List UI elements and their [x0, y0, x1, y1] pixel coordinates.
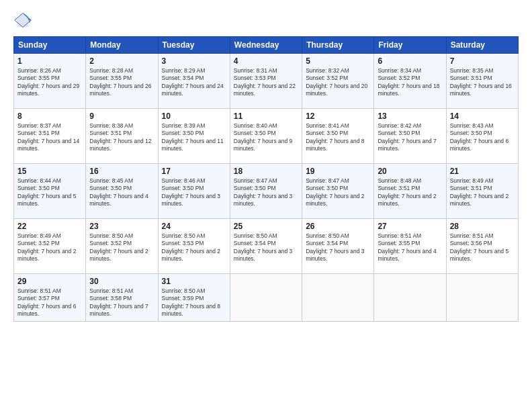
day-info: Sunrise: 8:34 AMSunset: 3:52 PMDaylight:…: [378, 67, 439, 97]
day-number: 29: [17, 277, 82, 286]
day-header-monday: Monday: [86, 37, 158, 54]
logo-icon: [13, 11, 32, 30]
day-cell: 5 Sunrise: 8:32 AMSunset: 3:52 PMDayligh…: [302, 54, 374, 109]
day-cell: 11 Sunrise: 8:40 AMSunset: 3:50 PMDaylig…: [230, 109, 302, 164]
day-info: Sunrise: 8:35 AMSunset: 3:51 PMDaylight:…: [450, 67, 512, 97]
day-cell: [230, 274, 302, 322]
day-cell: 15 Sunrise: 8:44 AMSunset: 3:50 PMDaylig…: [14, 164, 86, 219]
day-header-friday: Friday: [374, 37, 446, 54]
day-info: Sunrise: 8:50 AMSunset: 3:54 PMDaylight:…: [234, 232, 292, 262]
day-header-tuesday: Tuesday: [158, 37, 230, 54]
day-number: 27: [378, 222, 442, 231]
week-row-1: 1 Sunrise: 8:26 AMSunset: 3:55 PMDayligh…: [14, 54, 519, 109]
day-number: 10: [162, 111, 226, 121]
day-cell: 21 Sunrise: 8:49 AMSunset: 3:51 PMDaylig…: [446, 164, 518, 219]
day-number: 30: [89, 277, 154, 286]
day-number: 9: [89, 111, 154, 121]
day-header-saturday: Saturday: [446, 37, 518, 54]
day-cell: 9 Sunrise: 8:38 AMSunset: 3:51 PMDayligh…: [86, 109, 158, 164]
day-cell: 17 Sunrise: 8:46 AMSunset: 3:50 PMDaylig…: [158, 164, 230, 219]
day-cell: 13 Sunrise: 8:42 AMSunset: 3:50 PMDaylig…: [374, 109, 446, 164]
day-cell: 29 Sunrise: 8:51 AMSunset: 3:57 PMDaylig…: [14, 274, 86, 322]
day-info: Sunrise: 8:41 AMSunset: 3:50 PMDaylight:…: [306, 122, 364, 152]
day-header-sunday: Sunday: [14, 37, 86, 54]
day-cell: 28 Sunrise: 8:51 AMSunset: 3:56 PMDaylig…: [446, 219, 518, 274]
day-info: Sunrise: 8:26 AMSunset: 3:55 PMDaylight:…: [17, 67, 79, 97]
day-info: Sunrise: 8:48 AMSunset: 3:51 PMDaylight:…: [378, 177, 436, 207]
day-info: Sunrise: 8:51 AMSunset: 3:58 PMDaylight:…: [89, 287, 148, 317]
day-info: Sunrise: 8:38 AMSunset: 3:51 PMDaylight:…: [89, 122, 151, 152]
day-cell: 12 Sunrise: 8:41 AMSunset: 3:50 PMDaylig…: [302, 109, 374, 164]
day-cell: [374, 274, 446, 322]
day-info: Sunrise: 8:47 AMSunset: 3:50 PMDaylight:…: [234, 177, 292, 207]
day-info: Sunrise: 8:45 AMSunset: 3:50 PMDaylight:…: [89, 177, 148, 207]
week-row-5: 29 Sunrise: 8:51 AMSunset: 3:57 PMDaylig…: [14, 274, 519, 322]
day-cell: 3 Sunrise: 8:29 AMSunset: 3:54 PMDayligh…: [158, 54, 230, 109]
day-cell: 2 Sunrise: 8:28 AMSunset: 3:55 PMDayligh…: [86, 54, 158, 109]
day-cell: 20 Sunrise: 8:48 AMSunset: 3:51 PMDaylig…: [374, 164, 446, 219]
day-number: 2: [89, 56, 154, 66]
day-number: 31: [162, 277, 226, 286]
day-number: 6: [378, 56, 442, 66]
day-cell: 4 Sunrise: 8:31 AMSunset: 3:53 PMDayligh…: [230, 54, 302, 109]
day-number: 15: [17, 167, 82, 176]
day-number: 26: [306, 222, 370, 231]
day-cell: 16 Sunrise: 8:45 AMSunset: 3:50 PMDaylig…: [86, 164, 158, 219]
logo: [13, 11, 35, 30]
day-number: 13: [378, 111, 442, 121]
header: [13, 11, 519, 30]
day-number: 21: [450, 167, 515, 176]
day-cell: 6 Sunrise: 8:34 AMSunset: 3:52 PMDayligh…: [374, 54, 446, 109]
day-cell: 24 Sunrise: 8:50 AMSunset: 3:53 PMDaylig…: [158, 219, 230, 274]
day-info: Sunrise: 8:51 AMSunset: 3:57 PMDaylight:…: [17, 287, 76, 317]
day-number: 20: [378, 167, 442, 176]
day-cell: 30 Sunrise: 8:51 AMSunset: 3:58 PMDaylig…: [86, 274, 158, 322]
day-info: Sunrise: 8:29 AMSunset: 3:54 PMDaylight:…: [162, 67, 224, 97]
day-cell: 18 Sunrise: 8:47 AMSunset: 3:50 PMDaylig…: [230, 164, 302, 219]
day-info: Sunrise: 8:44 AMSunset: 3:50 PMDaylight:…: [17, 177, 76, 207]
day-cell: 23 Sunrise: 8:50 AMSunset: 3:52 PMDaylig…: [86, 219, 158, 274]
day-info: Sunrise: 8:50 AMSunset: 3:54 PMDaylight:…: [306, 232, 364, 262]
day-info: Sunrise: 8:39 AMSunset: 3:50 PMDaylight:…: [162, 122, 224, 152]
day-info: Sunrise: 8:43 AMSunset: 3:50 PMDaylight:…: [450, 122, 508, 152]
day-info: Sunrise: 8:28 AMSunset: 3:55 PMDaylight:…: [89, 67, 151, 97]
day-cell: 19 Sunrise: 8:47 AMSunset: 3:50 PMDaylig…: [302, 164, 374, 219]
week-row-3: 15 Sunrise: 8:44 AMSunset: 3:50 PMDaylig…: [14, 164, 519, 219]
day-number: 3: [162, 56, 226, 66]
day-cell: [446, 274, 518, 322]
day-info: Sunrise: 8:37 AMSunset: 3:51 PMDaylight:…: [17, 122, 79, 152]
day-cell: 22 Sunrise: 8:49 AMSunset: 3:52 PMDaylig…: [14, 219, 86, 274]
day-number: 25: [234, 222, 298, 231]
day-cell: 7 Sunrise: 8:35 AMSunset: 3:51 PMDayligh…: [446, 54, 518, 109]
day-number: 24: [162, 222, 226, 231]
day-header-thursday: Thursday: [302, 37, 374, 54]
day-cell: 8 Sunrise: 8:37 AMSunset: 3:51 PMDayligh…: [14, 109, 86, 164]
page: SundayMondayTuesdayWednesdayThursdayFrid…: [0, 0, 532, 411]
calendar-table: SundayMondayTuesdayWednesdayThursdayFrid…: [13, 36, 519, 322]
day-number: 7: [450, 56, 515, 66]
day-number: 18: [234, 167, 298, 176]
day-info: Sunrise: 8:51 AMSunset: 3:56 PMDaylight:…: [450, 232, 508, 262]
day-cell: 10 Sunrise: 8:39 AMSunset: 3:50 PMDaylig…: [158, 109, 230, 164]
day-number: 1: [17, 56, 82, 66]
week-row-2: 8 Sunrise: 8:37 AMSunset: 3:51 PMDayligh…: [14, 109, 519, 164]
day-cell: 31 Sunrise: 8:50 AMSunset: 3:59 PMDaylig…: [158, 274, 230, 322]
day-number: 12: [306, 111, 370, 121]
header-row: SundayMondayTuesdayWednesdayThursdayFrid…: [14, 37, 519, 54]
day-number: 17: [162, 167, 226, 176]
day-cell: 14 Sunrise: 8:43 AMSunset: 3:50 PMDaylig…: [446, 109, 518, 164]
day-number: 19: [306, 167, 370, 176]
day-number: 5: [306, 56, 370, 66]
day-info: Sunrise: 8:32 AMSunset: 3:52 PMDaylight:…: [306, 67, 367, 97]
day-info: Sunrise: 8:49 AMSunset: 3:52 PMDaylight:…: [17, 232, 76, 262]
day-number: 28: [450, 222, 515, 231]
day-info: Sunrise: 8:51 AMSunset: 3:55 PMDaylight:…: [378, 232, 436, 262]
day-number: 22: [17, 222, 82, 231]
day-cell: 1 Sunrise: 8:26 AMSunset: 3:55 PMDayligh…: [14, 54, 86, 109]
day-number: 11: [234, 111, 298, 121]
day-cell: 27 Sunrise: 8:51 AMSunset: 3:55 PMDaylig…: [374, 219, 446, 274]
day-number: 16: [89, 167, 154, 176]
day-number: 14: [450, 111, 515, 121]
day-info: Sunrise: 8:31 AMSunset: 3:53 PMDaylight:…: [234, 67, 296, 97]
day-info: Sunrise: 8:50 AMSunset: 3:53 PMDaylight:…: [162, 232, 220, 262]
